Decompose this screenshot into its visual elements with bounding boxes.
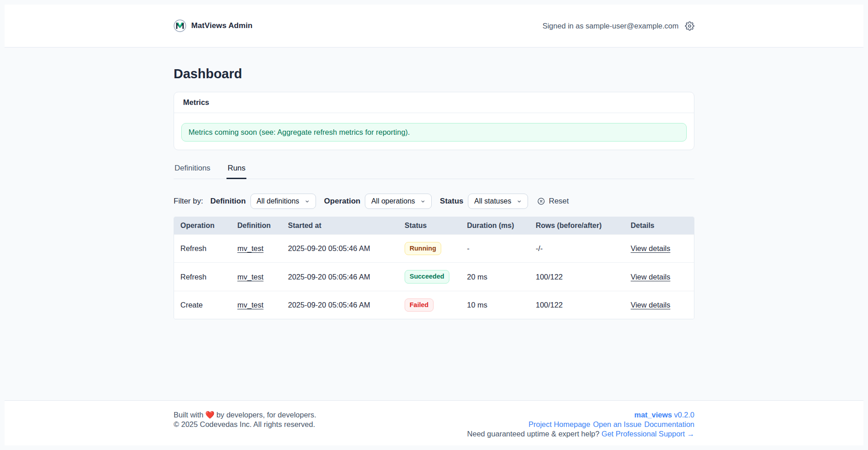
table-row: Refresh mv_test 2025-09-20 05:05:46 AM R… — [174, 235, 694, 263]
chevron-down-icon — [517, 199, 522, 204]
cell-started-at: 2025-09-20 05:05:46 AM — [283, 235, 400, 263]
matviews-logo-icon — [174, 19, 186, 32]
project-homepage-link[interactable]: Project Homepage — [528, 420, 590, 429]
gear-icon — [685, 21, 694, 31]
col-operation: Operation — [174, 217, 233, 235]
settings-button[interactable] — [685, 21, 694, 31]
status-badge: Succeeded — [405, 270, 449, 283]
tab-bar: Definitions Runs — [174, 160, 694, 179]
page-title: Dashboard — [174, 66, 694, 81]
brand[interactable]: MatViews Admin — [174, 19, 253, 32]
cell-duration: 20 ms — [462, 263, 531, 291]
built-with-suffix: by developers, for developers. — [217, 411, 316, 419]
view-details-link[interactable]: View details — [631, 244, 670, 252]
cell-duration: 10 ms — [462, 291, 531, 319]
main-content: Dashboard Metrics Metrics coming soon (s… — [5, 47, 863, 400]
cell-duration: - — [462, 235, 531, 263]
cell-operation: Refresh — [174, 263, 233, 291]
table-row: Refresh mv_test 2025-09-20 05:05:46 AM S… — [174, 263, 694, 291]
reset-filters-button[interactable]: Reset — [537, 197, 569, 206]
footer-left: Built with❤️by developers, for developer… — [174, 410, 316, 429]
cell-rows: -/- — [531, 235, 626, 263]
app-footer: Built with❤️by developers, for developer… — [5, 400, 863, 445]
built-with-line: Built with❤️by developers, for developer… — [174, 410, 316, 420]
definition-link[interactable]: mv_test — [237, 301, 264, 309]
status-badge: Failed — [405, 298, 434, 312]
chevron-down-icon — [305, 199, 310, 204]
page: MatViews Admin Signed in as sample-user@… — [5, 5, 863, 445]
status-filter-select[interactable]: All statuses — [468, 194, 528, 209]
signed-in-text: Signed in as sample-user@example.com — [542, 22, 679, 30]
cell-rows: 100/122 — [531, 291, 626, 319]
definition-link[interactable]: mv_test — [237, 244, 264, 252]
support-line: Need guaranteed uptime & expert help? Ge… — [467, 429, 694, 439]
col-details: Details — [626, 217, 694, 235]
support-prefix-text: Need guaranteed uptime & expert help? — [467, 430, 599, 438]
circle-x-icon — [537, 197, 545, 205]
status-filter-value: All statuses — [474, 197, 511, 205]
footer-links: Project Homepage Open an Issue Documenta… — [528, 420, 694, 429]
metrics-card: Metrics Metrics coming soon (see: Aggreg… — [174, 92, 694, 150]
heart-icon: ❤️ — [205, 411, 215, 419]
view-details-link[interactable]: View details — [631, 301, 670, 309]
operation-filter-label: Operation — [324, 197, 360, 206]
metrics-card-title: Metrics — [174, 92, 694, 113]
app-header: MatViews Admin Signed in as sample-user@… — [5, 5, 863, 47]
col-rows: Rows (before/after) — [531, 217, 626, 235]
status-filter-label: Status — [440, 197, 463, 206]
filter-bar: Filter by: Definition All definitions Op… — [174, 194, 694, 209]
operation-filter-select[interactable]: All operations — [365, 194, 432, 209]
col-started-at: Started at — [283, 217, 400, 235]
status-badge: Running — [405, 242, 441, 255]
view-details-link[interactable]: View details — [631, 273, 670, 281]
cell-operation: Create — [174, 291, 233, 319]
footer-right: mat_views v0.2.0 Project Homepage Open a… — [467, 410, 694, 439]
definition-filter-value: All definitions — [257, 197, 299, 205]
metrics-coming-soon-alert: Metrics coming soon (see: Aggregate refr… — [181, 123, 687, 142]
brand-title: MatViews Admin — [191, 21, 253, 30]
reset-label: Reset — [549, 197, 569, 206]
runs-table: Operation Definition Started at Status D… — [174, 217, 694, 319]
cell-operation: Refresh — [174, 235, 233, 263]
built-with-text: Built with — [174, 411, 203, 419]
operation-filter-value: All operations — [371, 197, 415, 205]
cell-rows: 100/122 — [531, 263, 626, 291]
version-line: mat_views v0.2.0 — [467, 410, 694, 420]
table-header-row: Operation Definition Started at Status D… — [174, 217, 694, 235]
documentation-link[interactable]: Documentation — [644, 420, 694, 429]
table-row: Create mv_test 2025-09-20 05:05:46 AM Fa… — [174, 291, 694, 319]
cell-started-at: 2025-09-20 05:05:46 AM — [283, 263, 400, 291]
version-text: v0.2.0 — [674, 411, 694, 419]
col-status: Status — [400, 217, 462, 235]
open-an-issue-link[interactable]: Open an Issue — [593, 420, 642, 429]
col-duration: Duration (ms) — [462, 217, 531, 235]
col-definition: Definition — [233, 217, 283, 235]
chevron-down-icon — [420, 199, 425, 204]
copyright-line: © 2025 Codevedas Inc. All rights reserve… — [174, 420, 316, 429]
professional-support-link[interactable]: Get Professional Support → — [602, 430, 694, 438]
definition-filter-select[interactable]: All definitions — [250, 194, 316, 209]
definition-filter-label: Definition — [210, 197, 245, 206]
tab-definitions[interactable]: Definitions — [174, 160, 211, 179]
cell-started-at: 2025-09-20 05:05:46 AM — [283, 291, 400, 319]
filter-by-label: Filter by: — [174, 197, 203, 206]
project-name-link[interactable]: mat_views — [634, 411, 672, 419]
definition-link[interactable]: mv_test — [237, 273, 264, 281]
tab-runs[interactable]: Runs — [226, 160, 246, 179]
